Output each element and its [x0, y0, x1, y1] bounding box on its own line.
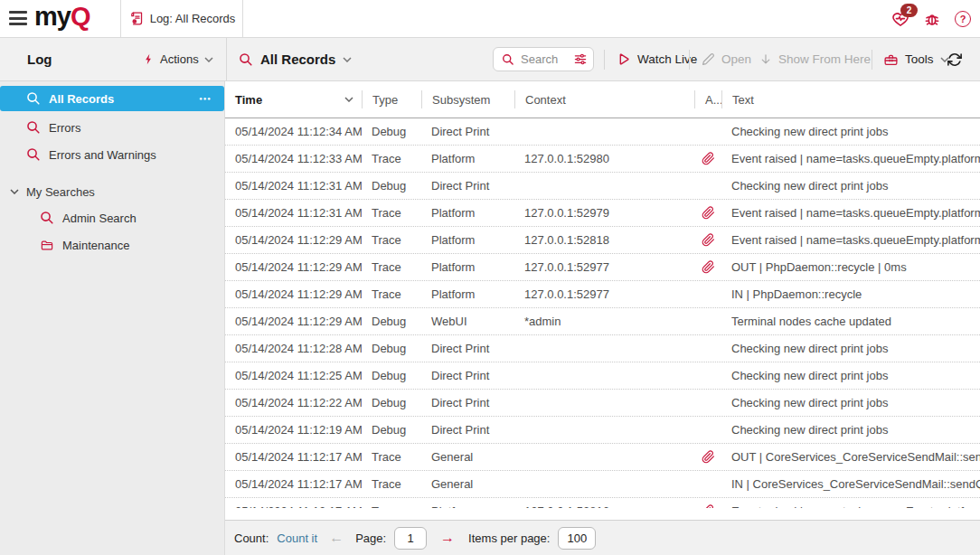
cell-time: 05/14/2024 11:12:33 AM [225, 152, 362, 165]
sidebar-item-errors-and-warnings[interactable]: Errors and Warnings [0, 142, 224, 167]
cell-attachment [694, 233, 721, 247]
cell-time: 05/14/2024 11:12:29 AM [225, 260, 362, 274]
table-row[interactable]: 05/14/2024 11:12:29 AMTracePlatform127.0… [225, 254, 980, 281]
sidebar-group-items: Admin SearchMaintenance [0, 205, 224, 258]
page-input[interactable] [394, 527, 427, 550]
search-input[interactable]: Search [493, 47, 594, 71]
table-header: Time Type Subsystem Context A... Text [225, 81, 980, 118]
table-row[interactable]: 05/14/2024 11:12:29 AMDebugWebUI*adminTe… [225, 308, 980, 335]
cell-time: 05/14/2024 11:12:17 AM [225, 504, 362, 508]
tab-log-all-records[interactable]: Log: All Records [120, 0, 243, 37]
cell-subsystem: Direct Print [421, 342, 514, 355]
open-button: Open [702, 38, 751, 80]
attachment-icon[interactable] [702, 206, 715, 220]
watch-live-button[interactable]: Watch Live [616, 38, 697, 80]
cell-type: Trace [362, 504, 421, 508]
table-row[interactable]: 05/14/2024 11:12:34 AMDebugDirect PrintC… [225, 118, 980, 146]
column-header-type[interactable]: Type [362, 90, 421, 108]
column-header-text[interactable]: Text [721, 90, 980, 108]
more-options-icon[interactable]: ●●● [199, 96, 212, 101]
cell-type: Trace [362, 477, 421, 491]
sidebar-item-maintenance[interactable]: Maintenance [0, 232, 224, 258]
page-title: Log [27, 38, 52, 80]
sidebar-item-all-records[interactable]: All Records●●● [0, 86, 224, 111]
chevron-down-icon [343, 57, 352, 62]
column-header-subsystem[interactable]: Subsystem [421, 90, 514, 108]
cell-time: 05/14/2024 11:12:29 AM [225, 315, 362, 328]
attachment-icon[interactable] [702, 504, 715, 508]
system-health-icon[interactable]: 2 [891, 10, 909, 28]
sidebar-group-my-searches[interactable]: My Searches [0, 180, 224, 203]
table-row[interactable]: 05/14/2024 11:12:22 AMDebugDirect PrintC… [225, 390, 980, 417]
cell-text: Terminal nodes cache updated [721, 315, 980, 328]
cell-time: 05/14/2024 11:12:29 AM [225, 287, 362, 301]
cell-subsystem: Platform [421, 504, 514, 508]
cell-attachment [694, 450, 721, 464]
menu-icon[interactable] [9, 11, 27, 25]
cell-context: 127.0.0.1:52816 [514, 504, 694, 508]
attachment-icon[interactable] [702, 260, 715, 274]
items-per-page-input[interactable] [558, 527, 596, 550]
view-selector[interactable]: All Records [239, 38, 352, 80]
cell-attachment [694, 206, 721, 220]
sidebar-item-label: Errors [49, 121, 80, 135]
table-row[interactable]: 05/14/2024 11:12:33 AMTracePlatform127.0… [225, 146, 980, 173]
next-page-icon[interactable]: → [440, 530, 455, 546]
pagination-bar: Count: Count it ← Page: → Items per page… [225, 520, 980, 555]
tools-button[interactable]: Tools [883, 38, 949, 80]
sidebar-item-admin-search[interactable]: Admin Search [0, 205, 224, 230]
attachment-icon[interactable] [702, 450, 715, 464]
cell-attachment [694, 152, 721, 165]
cell-text: Checking new direct print jobs [721, 125, 980, 138]
search-placeholder: Search [521, 52, 567, 66]
column-header-attachment[interactable]: A... [694, 90, 721, 108]
search-icon [26, 120, 41, 135]
search-icon [239, 52, 253, 67]
search-icon [26, 147, 41, 162]
actions-button[interactable]: Actions [143, 38, 213, 80]
filter-sliders-icon[interactable] [573, 52, 588, 66]
log-scroll-icon [128, 11, 144, 26]
count-it-link[interactable]: Count it [277, 531, 317, 545]
cell-time: 05/14/2024 11:12:34 AM [225, 125, 362, 138]
table-row[interactable]: 05/14/2024 11:12:17 AMTracePlatform127.0… [225, 498, 980, 508]
cell-text: Checking new direct print jobs [721, 423, 980, 437]
table-row[interactable]: 05/14/2024 11:12:17 AMTraceGeneralIN | C… [225, 471, 980, 498]
cell-time: 05/14/2024 11:12:25 AM [225, 369, 362, 382]
cell-time: 05/14/2024 11:12:17 AM [225, 450, 362, 464]
top-right-icons: 2 ? [891, 0, 971, 38]
table-row[interactable]: 05/14/2024 11:12:29 AMTracePlatform127.0… [225, 281, 980, 308]
sidebar-item-errors[interactable]: Errors [0, 115, 224, 140]
table-row[interactable]: 05/14/2024 11:12:25 AMDebugDirect PrintC… [225, 362, 980, 390]
cell-text: Event raised | name=tasks.queueEmpty.pla… [721, 504, 980, 508]
search-icon [40, 211, 54, 225]
bug-report-icon[interactable] [923, 10, 941, 28]
cell-type: Debug [362, 315, 421, 328]
cell-text: Checking new direct print jobs [721, 342, 980, 355]
column-header-time[interactable]: Time [225, 90, 362, 108]
cell-subsystem: Direct Print [421, 396, 514, 409]
attachment-icon[interactable] [702, 233, 715, 247]
help-icon[interactable]: ? [955, 11, 971, 27]
table-row[interactable]: 05/14/2024 11:12:17 AMTraceGeneralOUT | … [225, 444, 980, 471]
table-row[interactable]: 05/14/2024 11:12:31 AMDebugDirect PrintC… [225, 173, 980, 200]
cell-type: Trace [362, 206, 421, 220]
table-row[interactable]: 05/14/2024 11:12:29 AMTracePlatform127.0… [225, 227, 980, 254]
myq-logo[interactable]: myQ [34, 2, 90, 32]
attachment-icon[interactable] [702, 152, 715, 165]
table-row[interactable]: 05/14/2024 11:12:19 AMDebugDirect PrintC… [225, 417, 980, 444]
sidebar-item-label: All Records [49, 92, 114, 106]
cell-type: Debug [362, 179, 421, 193]
cell-type: Debug [362, 423, 421, 437]
cell-type: Debug [362, 369, 421, 382]
cell-subsystem: Direct Print [421, 179, 514, 193]
show-from-here-button: Show From Here [759, 38, 871, 80]
table-row[interactable]: 05/14/2024 11:12:31 AMTracePlatform127.0… [225, 200, 980, 227]
cell-subsystem: Platform [421, 152, 514, 165]
table-row[interactable]: 05/14/2024 11:12:28 AMDebugDirect PrintC… [225, 335, 980, 362]
refresh-button[interactable] [947, 38, 963, 80]
column-header-context[interactable]: Context [514, 90, 694, 108]
cell-text: Checking new direct print jobs [721, 369, 980, 382]
cell-context: 127.0.0.1:52818 [514, 233, 694, 247]
cell-type: Debug [362, 342, 421, 355]
